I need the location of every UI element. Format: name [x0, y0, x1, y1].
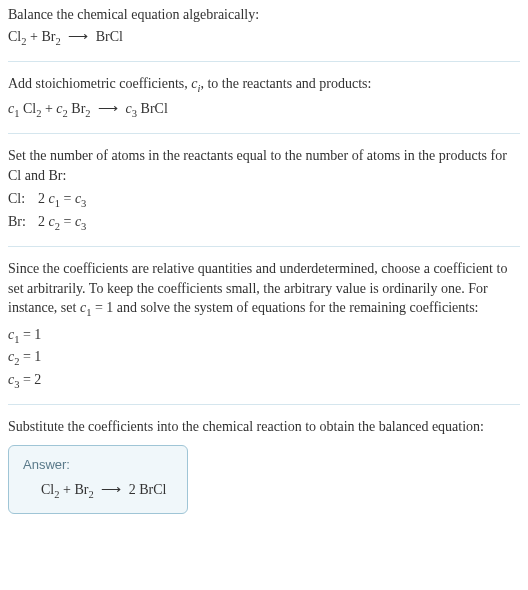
answer-equation: Cl2 + Br2 ⟶ 2 BrCl	[23, 480, 173, 502]
element-label: Br:	[8, 212, 30, 234]
answer-box: Answer: Cl2 + Br2 ⟶ 2 BrCl	[8, 445, 188, 514]
element-label: Cl:	[8, 189, 30, 211]
element-row: Br: 2 c2 = c3	[8, 212, 520, 234]
step-1: Balance the chemical equation algebraica…	[8, 5, 520, 62]
step-3-text: Set the number of atoms in the reactants…	[8, 146, 520, 185]
element-equations: Cl: 2 c1 = c3 Br: 2 c2 = c3	[8, 189, 520, 234]
answer-label: Answer:	[23, 456, 173, 474]
step-4-text: Since the coefficients are relative quan…	[8, 259, 520, 321]
step-3: Set the number of atoms in the reactants…	[8, 146, 520, 247]
coefficient-value: c3 = 2	[8, 370, 520, 392]
step-5: Substitute the coefficients into the che…	[8, 417, 520, 525]
element-expr: 2 c1 = c3	[38, 189, 86, 211]
element-expr: 2 c2 = c3	[38, 212, 86, 234]
step-4: Since the coefficients are relative quan…	[8, 259, 520, 405]
element-row: Cl: 2 c1 = c3	[8, 189, 520, 211]
step-1-equation: Cl2 + Br2 ⟶ BrCl	[8, 27, 520, 49]
step-2: Add stoichiometric coefficients, ci, to …	[8, 74, 520, 134]
step-2-text: Add stoichiometric coefficients, ci, to …	[8, 74, 520, 96]
coefficient-value: c2 = 1	[8, 347, 520, 369]
step-2-equation: c1 Cl2 + c2 Br2 ⟶ c3 BrCl	[8, 99, 520, 121]
coefficient-list: c1 = 1 c2 = 1 c3 = 2	[8, 325, 520, 392]
step-1-text: Balance the chemical equation algebraica…	[8, 5, 520, 25]
step-5-text: Substitute the coefficients into the che…	[8, 417, 520, 437]
coefficient-value: c1 = 1	[8, 325, 520, 347]
